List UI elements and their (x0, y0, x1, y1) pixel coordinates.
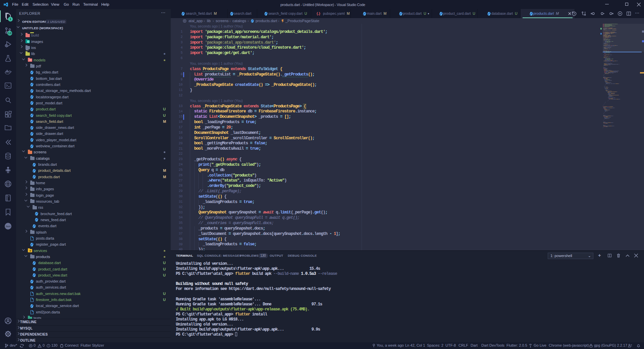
svg-text:Json: Json (6, 225, 11, 228)
